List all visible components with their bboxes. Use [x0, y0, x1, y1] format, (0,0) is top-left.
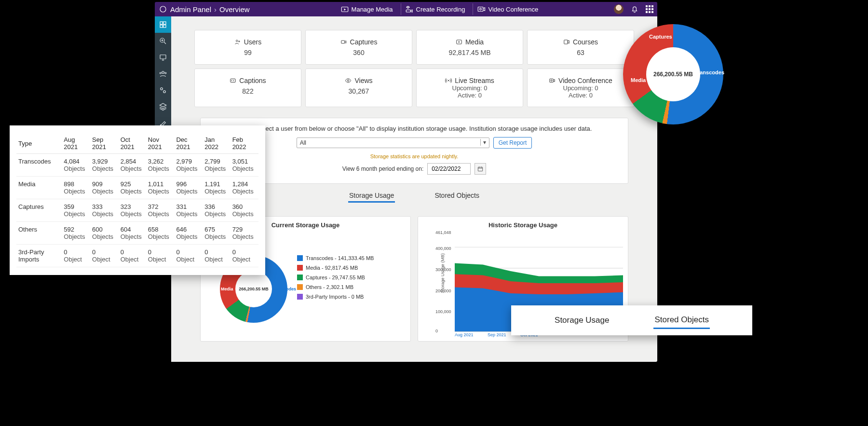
folder-play-icon — [340, 5, 349, 14]
legend-transcodes: Transcodes - 141,333.45 MB — [306, 255, 374, 261]
tab-stored-objects[interactable]: Stored Objects — [434, 190, 480, 203]
tab-storage-usage[interactable]: Storage Usage — [348, 190, 395, 203]
svg-rect-7 — [163, 25, 166, 27]
vc-upcoming-value: 0 — [595, 84, 598, 92]
sidebar-item-monitor[interactable] — [155, 49, 171, 66]
user-icon — [234, 39, 241, 45]
card-captions-label: Captions — [239, 77, 266, 84]
card-captures-value: 360 — [310, 49, 408, 56]
table-cell: 898Objects — [62, 177, 90, 199]
table-row: 3rd-Party Imports0Object0Object0Object0O… — [16, 245, 258, 267]
table-cell: 675Objects — [203, 222, 230, 245]
get-report-button[interactable]: Get Report — [493, 137, 532, 149]
table-cell: 3,929Objects — [90, 154, 119, 177]
legend-others: Others - 2,302.1 MB — [306, 284, 353, 290]
breadcrumb-page[interactable]: Overview — [219, 5, 250, 14]
table-cell: 4,084Objects — [62, 154, 90, 177]
svg-rect-25 — [478, 167, 483, 171]
svg-rect-4 — [160, 22, 163, 24]
manage-media-button[interactable]: Manage Media — [337, 3, 397, 15]
breadcrumb-sep: › — [214, 5, 217, 14]
avatar[interactable] — [614, 4, 624, 14]
live-upcoming-label: Upcoming: — [452, 84, 482, 92]
card-captions-value: 822 — [199, 87, 297, 95]
svg-point-10 — [162, 71, 164, 74]
filter-note: Storage statistics are updated nightly. — [210, 153, 618, 159]
eye-icon — [345, 77, 352, 84]
table-cell-type: Others — [16, 222, 62, 245]
vc-icon — [549, 77, 556, 84]
ytick-2: 300,000 — [435, 267, 451, 272]
sidebar-item-dashboard[interactable] — [155, 16, 171, 33]
overlay-donut-center: 266,200.55 MB — [646, 47, 700, 101]
table-cell: 0Object — [119, 245, 146, 267]
search-plus-icon — [159, 37, 167, 45]
manage-media-label: Manage Media — [352, 6, 393, 13]
card-courses-label: Courses — [573, 38, 598, 46]
sidebar-item-layers[interactable] — [155, 98, 171, 115]
svg-point-24 — [551, 80, 552, 82]
current-storage-legend: Transcodes - 141,333.45 MB Media - 92,81… — [297, 255, 374, 303]
table-cell: 359Objects — [62, 199, 90, 222]
apps-icon[interactable] — [646, 5, 653, 13]
card-video-conference[interactable]: Video Conference Upcoming: 0 Active: 0 — [527, 69, 634, 107]
table-cell: 2,854Objects — [119, 154, 146, 177]
calendar-icon[interactable] — [475, 163, 486, 175]
table-cell: 2,799Objects — [203, 154, 230, 177]
sidebar-item-search[interactable] — [155, 33, 171, 49]
card-users[interactable]: Users 99 — [194, 30, 301, 65]
table-header: Oct 2021 — [119, 133, 146, 154]
overlay-tab-usage[interactable]: Storage Usage — [554, 313, 610, 328]
ytick-5: 0 — [435, 329, 438, 333]
cc-icon — [230, 77, 236, 84]
card-captures[interactable]: Captures 360 — [305, 30, 412, 65]
card-courses-value: 63 — [531, 49, 630, 56]
table-cell: 1,191Objects — [203, 177, 230, 199]
historic-title: Historic Storage Usage — [423, 221, 623, 229]
card-live-label: Live Streams — [455, 77, 494, 84]
table-cell: 1,011Objects — [146, 177, 175, 199]
table-row: Transcodes4,084Objects3,929Objects2,854O… — [16, 154, 258, 177]
table-row: Others592Objects600Objects604Objects658O… — [16, 222, 258, 245]
table-cell-type: 3rd-Party Imports — [16, 245, 62, 267]
table-header: Sep 2021 — [90, 133, 119, 154]
card-captions[interactable]: Captions 822 — [194, 69, 301, 107]
table-cell: 658Objects — [146, 222, 175, 245]
svg-point-3 — [480, 8, 482, 10]
card-live-streams[interactable]: Live Streams Upcoming: 0 Active: 0 — [416, 69, 523, 107]
sidebar-item-users[interactable] — [155, 66, 171, 82]
topbar-right — [614, 4, 653, 14]
table-header: Feb 2022 — [231, 133, 258, 154]
svg-rect-6 — [160, 25, 163, 27]
svg-rect-19 — [564, 40, 568, 44]
table-cell: 925Objects — [119, 177, 146, 199]
vc-active-label: Active: — [569, 92, 587, 99]
table-header: Type — [16, 133, 62, 154]
table-cell: 336Objects — [203, 199, 230, 222]
overlay-donut: 266,200.55 MB Captures Transcodes Media — [623, 24, 723, 124]
svg-point-22 — [448, 80, 449, 81]
sidebar-item-settings[interactable] — [155, 82, 171, 98]
create-recording-button[interactable]: Create Recording — [401, 3, 469, 15]
table-cell: 3,051Objects — [231, 154, 258, 177]
table-cell: 360Objects — [231, 199, 258, 222]
card-media[interactable]: Media 92,817.45 MB — [416, 30, 523, 65]
card-views[interactable]: Views 30,267 — [305, 69, 412, 107]
card-courses[interactable]: Courses 63 — [527, 30, 634, 65]
overlay-tab-objects[interactable]: Stored Objects — [653, 312, 709, 329]
historic-ylabel: Storage Usage (MB) — [440, 253, 445, 293]
bell-icon[interactable] — [630, 5, 639, 14]
period-date-input[interactable] — [427, 163, 471, 175]
table-row: Captures359Objects333Objects323Objects37… — [16, 199, 258, 222]
video-conference-button[interactable]: Video Conference — [473, 3, 542, 15]
svg-rect-1 — [406, 10, 410, 13]
course-icon — [563, 39, 570, 45]
ytick-3: 200,000 — [435, 289, 451, 293]
table-cell-type: Transcodes — [16, 154, 62, 177]
table-cell: 0Object — [90, 245, 119, 267]
user-select[interactable]: All — [297, 137, 489, 148]
ytick-1: 400,000 — [435, 246, 451, 251]
table-cell: 646Objects — [174, 222, 203, 245]
vc-active-value: 0 — [589, 92, 593, 99]
breadcrumb-root[interactable]: Admin Panel — [170, 5, 211, 14]
